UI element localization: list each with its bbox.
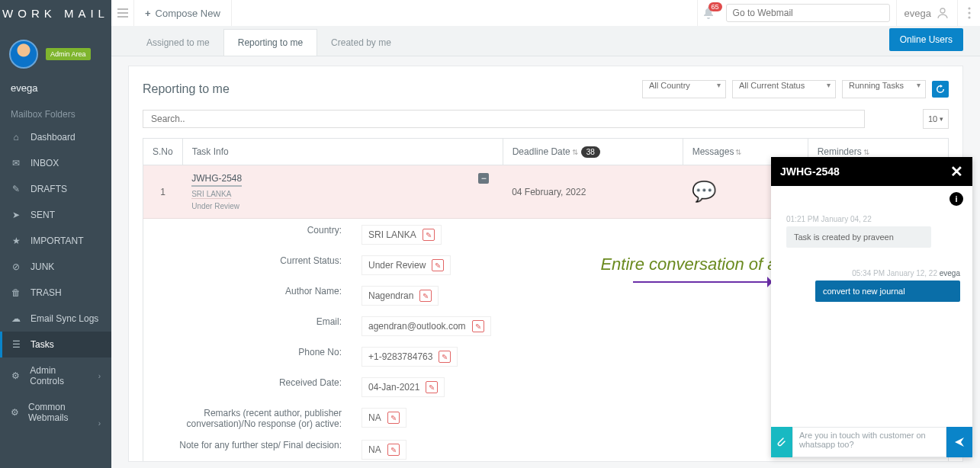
more-menu[interactable] [957,0,980,26]
task-status: Under Review [191,202,242,210]
cell-task: JWHG-2548 SRI LANKA Under Review − [182,165,503,219]
attach-icon [776,437,787,447]
sort-icon: ⇅ [735,148,741,156]
page-size-select[interactable]: 10▾ [923,109,949,129]
search-input[interactable] [143,110,865,128]
messages-icon: 💬 [692,180,716,203]
sidebar-toggle[interactable] [111,0,134,26]
msg2-meta: 05:34 PM January 12, 22 evega [783,269,960,277]
tab-created[interactable]: Created by me [317,30,405,56]
user-menu[interactable]: evega [896,0,957,26]
online-users-button[interactable]: Online Users [889,28,963,51]
chat-input[interactable]: Are you in touch with customer on whatsa… [792,427,946,457]
tab-assigned[interactable]: Assigned to me [133,30,223,56]
user-icon [936,6,949,20]
collapse-button[interactable]: − [478,173,489,184]
col-taskinfo[interactable]: Task Info [182,139,503,165]
chat-title: JWHG-2548 [780,165,840,178]
notifications-button[interactable]: 65 [697,0,720,26]
sidebar-username: evega [0,82,111,104]
sidebar-section-label: Mailbox Folders [0,104,111,124]
sidebar-item-sent[interactable]: ➤SENT [0,202,111,228]
msg1-bubble: Task is created by praveen [786,226,931,248]
task-id-link[interactable]: JWHG-2548 [191,173,242,187]
edit-phone-button[interactable]: ✎ [439,351,451,363]
msg1-meta: 01:21 PM January 04, 22 [786,215,960,223]
lbl-country: Country: [145,220,351,249]
compose-label: Compose New [156,8,220,19]
edit-email-button[interactable]: ✎ [472,320,484,332]
sort-icon: ⇅ [572,148,578,156]
lbl-note: Note for any further step/ Final decisio… [145,435,351,462]
edit-note-button[interactable]: ✎ [387,444,400,456]
lbl-status: Current Status: [145,251,351,280]
avatar[interactable] [9,40,38,69]
sidebar-item-drafts[interactable]: ✎DRAFTS [0,176,111,202]
sidebar-profile: Admin Area [0,26,111,82]
cloud-icon: ☁ [11,313,21,324]
edit-received-button[interactable]: ✎ [426,381,438,393]
msg2-bubble: convert to new journal [815,280,960,302]
compose-new-button[interactable]: + Compose New [134,0,232,26]
edit-author-button[interactable]: ✎ [419,290,432,302]
val-remarks: NA [368,412,381,423]
admin-badge: Admin Area [46,48,91,60]
edit-status-button[interactable]: ✎ [432,259,444,271]
tab-reporting[interactable]: Reporting to me [223,29,317,56]
callout-arrow [633,281,770,283]
val-note: NA [368,444,381,455]
sidebar: Admin Area evega Mailbox Folders ⌂Dashbo… [0,26,111,468]
tab-bar: Assigned to me Reporting to me Created b… [111,26,980,56]
edit-country-button[interactable]: ✎ [423,229,435,241]
panel-title: Reporting to me [143,82,230,96]
chevron-right-icon: › [98,419,101,428]
notif-badge: 65 [708,2,722,11]
sidebar-item-dashboard[interactable]: ⌂Dashboard [0,124,111,150]
lbl-author: Author Name: [145,281,351,310]
running-select[interactable]: Running Tasks [842,80,926,98]
star-icon: ★ [11,236,21,246]
block-icon: ⊘ [11,261,21,272]
sidebar-item-important[interactable]: ★IMPORTANT [0,228,111,254]
col-deadline[interactable]: Deadline Date⇅38 [503,139,683,165]
refresh-button[interactable] [932,81,949,98]
send-button[interactable] [946,427,972,457]
sidebar-item-webmails[interactable]: ⚙Common Webmails› [0,394,111,431]
sidebar-item-junk[interactable]: ⊘JUNK [0,254,111,280]
chat-close-button[interactable]: ✕ [950,162,963,181]
cell-deadline: 04 February, 2022 [503,165,683,219]
country-select[interactable]: All Country [642,80,726,98]
lbl-email: Email: [145,312,351,341]
val-status: Under Review [368,260,426,271]
send-icon [954,437,965,447]
chevron-down-icon: ▾ [940,115,943,123]
lbl-remarks: Remarks (recent author, publisher conver… [145,403,351,434]
sidebar-item-synclogs[interactable]: ☁Email Sync Logs [0,306,111,332]
status-select[interactable]: All Current Status [732,80,836,98]
sidebar-item-trash[interactable]: 🗑TRASH [0,280,111,306]
sidebar-item-admin[interactable]: ⚙Admin Controls› [0,357,111,394]
inbox-icon: ✉ [11,158,21,168]
val-email: agendran@outlook.com [368,321,466,332]
sidebar-item-inbox[interactable]: ✉INBOX [0,150,111,176]
lbl-phone: Phone No: [145,342,351,371]
attach-button[interactable] [771,427,792,457]
chat-info-button[interactable]: i [949,192,963,206]
edit-remarks-button[interactable]: ✎ [387,412,400,424]
svg-point-1 [968,7,970,9]
trash-icon: 🗑 [11,287,21,298]
go-webmail-input[interactable] [726,4,890,22]
chat-header: JWHG-2548 ✕ [771,157,972,186]
val-author: Nagendran [368,290,413,301]
sort-icon: ⇅ [863,148,869,156]
home-icon: ⌂ [11,132,21,143]
deadline-count-badge: 38 [581,146,600,158]
sidebar-item-tasks[interactable]: ☰Tasks [0,332,111,357]
col-sno: S.No [143,139,183,165]
kebab-icon [968,7,971,19]
refresh-icon [936,85,945,94]
chevron-right-icon: › [98,372,101,380]
pencil-icon: ✎ [11,184,21,194]
top-bar: WORK MAIL + Compose New 65 evega [0,0,980,26]
val-phone: +1-9283784763 [368,351,432,362]
